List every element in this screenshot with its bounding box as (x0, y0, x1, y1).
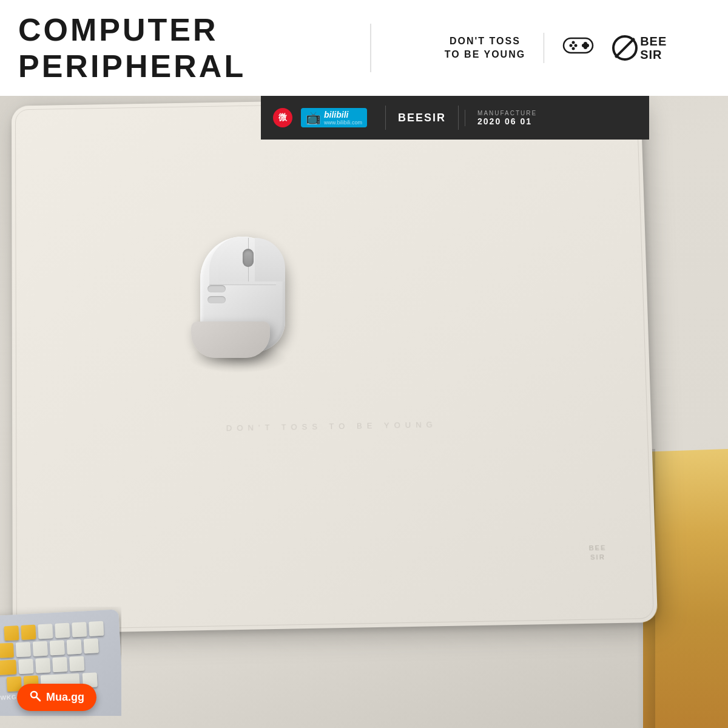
info-social: 微 📺 bilibili www.bilibili.com (261, 108, 379, 127)
key-4 (55, 623, 70, 638)
info-separator-1 (385, 106, 386, 130)
info-bar: 微 📺 bilibili www.bilibili.com BEESIR MAN… (261, 96, 649, 140)
scene: DON'T TOSS TO BE YOUNG BEE SIR (0, 0, 728, 728)
key-9 (33, 641, 48, 656)
key-11 (67, 639, 82, 655)
header-right: DON'T TOSS TO BE YOUNG (383, 33, 728, 63)
bilibili-text-block: bilibili www.bilibili.com (324, 110, 362, 126)
mouse-right-button (255, 238, 285, 281)
mousepad-inner (15, 99, 654, 630)
mua-search-icon (29, 690, 41, 705)
header-bar: COMPUTER PERIPHERAL DON'T TOSS TO BE YOU… (0, 0, 728, 96)
info-manufacture: MANUFACTURE 2020 06 01 (465, 110, 549, 126)
svg-line-8 (36, 697, 40, 701)
tagline-text: DON'T TOSS TO BE YOUNG (445, 35, 525, 62)
header-title: COMPUTER PERIPHERAL (18, 12, 340, 84)
header-divider (370, 24, 371, 72)
svg-point-3 (572, 41, 575, 44)
mouse-side-button-1 (207, 285, 226, 292)
mouse (188, 224, 309, 370)
beesir-logo: BEE SIR (612, 35, 667, 61)
mua-badge[interactable]: Mua.gg (17, 684, 96, 711)
key-12 (84, 638, 99, 653)
key-14 (35, 658, 50, 673)
key-8 (16, 642, 31, 657)
info-separator-2 (458, 106, 459, 130)
key-15 (52, 657, 67, 672)
key-13 (18, 659, 33, 674)
key-16 (69, 656, 84, 671)
key-2 (21, 625, 36, 640)
key-7 (0, 643, 14, 658)
gamepad-icon (562, 33, 594, 63)
svg-point-1 (570, 44, 573, 47)
header-separator (544, 33, 544, 63)
svg-point-2 (575, 44, 578, 47)
mouse-top (209, 237, 276, 285)
key-fn (0, 659, 17, 675)
key-1 (4, 625, 19, 641)
bilibili-badge: 📺 bilibili www.bilibili.com (301, 108, 367, 127)
mousepad-logo: BEE SIR (588, 544, 607, 562)
mouse-scroll-wheel (243, 249, 254, 267)
beesir-no-symbol-icon (612, 35, 638, 61)
svg-rect-6 (584, 42, 587, 49)
mouse-side-button-2 (207, 296, 226, 303)
key-10 (50, 640, 65, 655)
mua-text: Mua.gg (46, 691, 84, 704)
mouse-base (191, 322, 270, 358)
header-left: COMPUTER PERIPHERAL (0, 0, 358, 96)
key-3 (38, 624, 53, 639)
bilibili-tv-icon: 📺 (306, 110, 321, 125)
key-5 (72, 622, 87, 637)
beesir-brand-text: BEE SIR (640, 35, 667, 61)
mousepad: DON'T TOSS TO BE YOUNG BEE SIR (12, 95, 658, 634)
weibo-icon: 微 (273, 108, 292, 127)
svg-point-4 (572, 47, 575, 50)
key-6 (89, 621, 104, 636)
info-brand-name: BEESIR (392, 112, 452, 124)
